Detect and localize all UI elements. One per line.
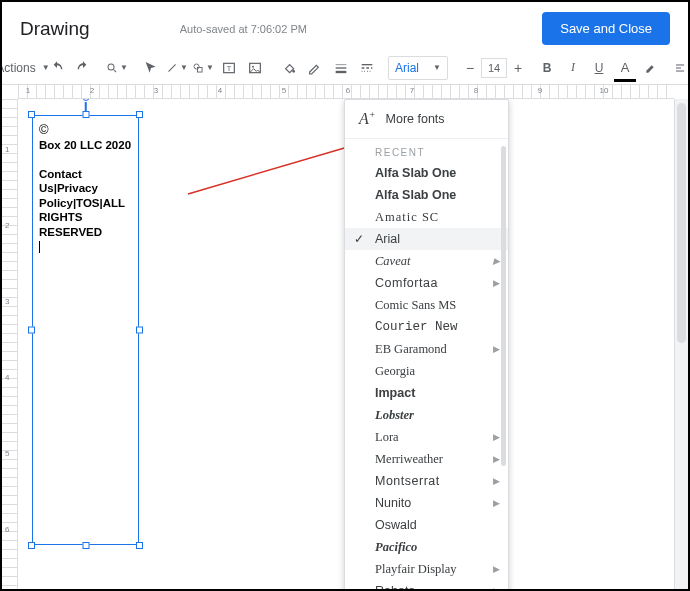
resize-handle-br[interactable]: [136, 542, 143, 549]
ruler-tick: 4: [218, 86, 222, 95]
font-item[interactable]: Lora▶: [345, 426, 508, 448]
textbox-line-1: Box 20 LLC 2020: [39, 139, 131, 151]
resize-handle-ml[interactable]: [28, 327, 35, 334]
submenu-icon: ▶: [493, 564, 500, 574]
font-item-label: Playfair Display: [375, 562, 457, 577]
font-size-decrease[interactable]: −: [462, 58, 478, 78]
resize-handle-tl[interactable]: [28, 111, 35, 118]
font-item-label: Lobster: [375, 408, 414, 423]
font-item[interactable]: Merriweather▶: [345, 448, 508, 470]
ruler-tick: 7: [410, 86, 414, 95]
textbox-content[interactable]: © Box 20 LLC 2020 Contact Us|Privacy Pol…: [33, 116, 138, 259]
line-tool[interactable]: ▼: [164, 55, 190, 81]
font-item[interactable]: Oswald: [345, 514, 508, 536]
ruler-tick: 1: [26, 86, 30, 95]
selected-textbox[interactable]: © Box 20 LLC 2020 Contact Us|Privacy Pol…: [32, 115, 139, 545]
font-current-label: Arial: [395, 61, 419, 75]
resize-handle-bm[interactable]: [82, 542, 89, 549]
ruler-tick: 9: [538, 86, 542, 95]
resize-handle-tm[interactable]: [82, 111, 89, 118]
ruler-tick: 6: [5, 525, 9, 534]
actions-label: Actions: [0, 61, 36, 75]
submenu-icon: ▶: [493, 344, 500, 354]
font-item-label: Comfortaa: [375, 276, 438, 290]
font-item-label: Nunito: [375, 496, 411, 510]
text-color-button[interactable]: A: [612, 55, 638, 81]
font-item[interactable]: Lobster: [345, 404, 508, 426]
resize-handle-mr[interactable]: [136, 327, 143, 334]
font-item[interactable]: Comic Sans MS: [345, 294, 508, 316]
resize-handle-tr[interactable]: [136, 111, 143, 118]
more-fonts-item[interactable]: A+ More fonts: [345, 100, 508, 139]
ruler-tick: 3: [154, 86, 158, 95]
font-dropdown-menu: A+ More fonts RECENT Alfa Slab OneAlfa S…: [344, 99, 509, 591]
bold-button[interactable]: B: [534, 55, 560, 81]
svg-line-1: [114, 69, 117, 72]
ruler-tick: 2: [90, 86, 94, 95]
ruler-tick: 5: [5, 449, 9, 458]
font-menu-scrollbar[interactable]: [501, 140, 506, 591]
font-item-recent[interactable]: Alfa Slab One: [345, 162, 508, 184]
zoom-button[interactable]: ▼: [104, 55, 130, 81]
fill-color-button[interactable]: [276, 55, 302, 81]
font-size-increase[interactable]: +: [510, 58, 526, 78]
scrollbar-thumb[interactable]: [501, 146, 506, 466]
actions-menu[interactable]: Actions▼: [10, 55, 36, 81]
border-color-button[interactable]: [302, 55, 328, 81]
font-item[interactable]: Pacifico: [345, 536, 508, 558]
rotate-handle[interactable]: [82, 99, 89, 101]
undo-button[interactable]: [44, 55, 70, 81]
canvas-area: 12345678910 123456 © Box 20 LLC 2020 Con…: [2, 85, 688, 591]
ruler-horizontal: 12345678910: [18, 85, 674, 99]
font-item[interactable]: Courier New: [345, 316, 508, 338]
dialog-title: Drawing: [20, 18, 90, 40]
font-item[interactable]: Nunito▶: [345, 492, 508, 514]
font-item[interactable]: EB Garamond▶: [345, 338, 508, 360]
scrollbar-thumb[interactable]: [677, 103, 686, 343]
autosave-status: Auto-saved at 7:06:02 PM: [180, 23, 307, 35]
font-size-value[interactable]: 14: [481, 58, 507, 78]
font-item-label: Georgia: [375, 364, 415, 379]
save-and-close-button[interactable]: Save and Close: [542, 12, 670, 45]
svg-point-8: [252, 65, 254, 67]
font-item-label: Roboto: [375, 584, 415, 591]
ruler-tick: 4: [5, 373, 9, 382]
textbox-line-2: Contact Us|Privacy Policy|TOS|ALL RIGHTS…: [39, 168, 125, 238]
ruler-tick: 8: [474, 86, 478, 95]
submenu-icon: ▶: [493, 498, 500, 508]
font-item[interactable]: ✓Arial: [345, 228, 508, 250]
svg-point-0: [108, 63, 114, 69]
font-item[interactable]: Comfortaa▶: [345, 272, 508, 294]
textbox-tool[interactable]: T: [216, 55, 242, 81]
select-tool[interactable]: [138, 55, 164, 81]
font-item[interactable]: Roboto▶: [345, 580, 508, 591]
border-weight-button[interactable]: [328, 55, 354, 81]
font-item-label: Comic Sans MS: [375, 298, 456, 313]
canvas[interactable]: © Box 20 LLC 2020 Contact Us|Privacy Pol…: [18, 99, 674, 591]
font-item[interactable]: Montserrat▶: [345, 470, 508, 492]
shape-tool[interactable]: ▼: [190, 55, 216, 81]
image-tool[interactable]: [242, 55, 268, 81]
canvas-scrollbar[interactable]: [674, 99, 688, 591]
font-family-selector[interactable]: Arial ▼: [388, 56, 448, 80]
font-item[interactable]: Caveat▶: [345, 250, 508, 272]
align-button[interactable]: ▼: [672, 55, 690, 81]
highlight-color-button[interactable]: [638, 55, 664, 81]
resize-handle-bl[interactable]: [28, 542, 35, 549]
recent-section-label: RECENT: [345, 139, 508, 162]
font-item[interactable]: Georgia: [345, 360, 508, 382]
border-dash-button[interactable]: [354, 55, 380, 81]
underline-button[interactable]: U: [586, 55, 612, 81]
font-item[interactable]: Impact: [345, 382, 508, 404]
font-item[interactable]: Playfair Display▶: [345, 558, 508, 580]
italic-button[interactable]: I: [560, 55, 586, 81]
toolbar: Actions▼ ▼ ▼ ▼ T Arial ▼ − 14 + B I U A …: [2, 51, 688, 85]
font-item-label: Arial: [375, 232, 400, 246]
font-item[interactable]: Amatic SC: [345, 206, 508, 228]
submenu-icon: ▶: [493, 256, 500, 266]
font-item-recent[interactable]: Alfa Slab One: [345, 184, 508, 206]
font-item-label: Lora: [375, 430, 399, 445]
check-icon: ✓: [354, 232, 364, 246]
submenu-icon: ▶: [493, 586, 500, 591]
redo-button[interactable]: [70, 55, 96, 81]
